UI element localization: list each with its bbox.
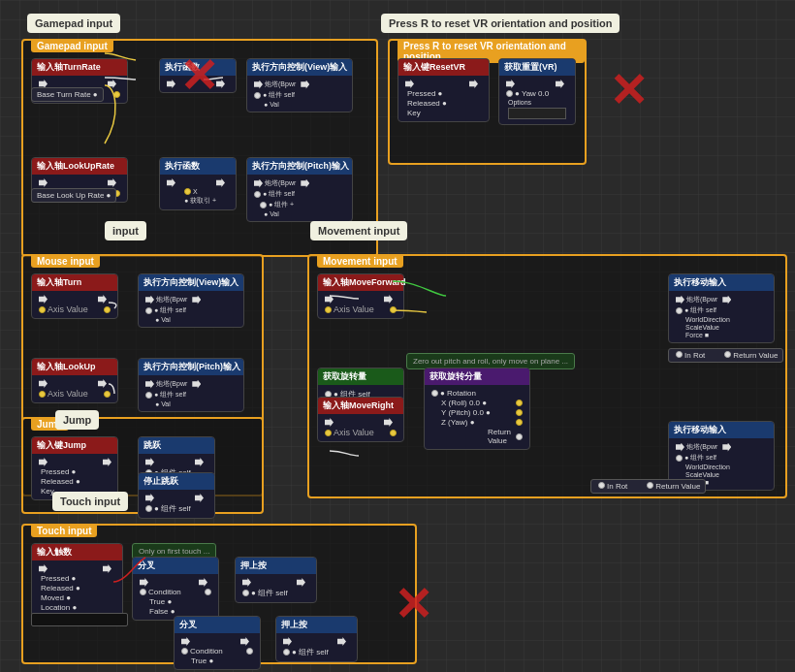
mouse-pitch-header: 执行方向控制(Pitch)输入: [139, 359, 243, 375]
press-header2: 押上按: [276, 617, 357, 633]
in-rot-node1[interactable]: In RotReturn Value: [668, 348, 783, 363]
move-forward-header: 输入轴MoveForward: [318, 274, 403, 291]
movement-tooltip: Movement input: [310, 221, 407, 240]
add-pitch-header: 执行方向控制(Pitch)输入: [247, 158, 352, 175]
vr-section: Press R to reset VR orientation and posi…: [388, 39, 587, 165]
reset-vr-node[interactable]: 输入键ResetVR Pressed ● Released ● Key: [398, 58, 490, 122]
press-header1: 押上按: [236, 558, 316, 574]
mid-exec-node2[interactable]: 执行函数 X ● 获取引 +: [159, 157, 237, 210]
touch-input-header: 输入触数: [32, 544, 122, 560]
press-node1[interactable]: 押上按 ● 组件 self: [235, 557, 317, 603]
move-right-node[interactable]: 输入轴MoveRight Axis Value: [317, 397, 404, 442]
input-tooltip: input: [105, 221, 146, 240]
reset-vr-header: 输入键ResetVR: [398, 59, 489, 76]
movement-section-title: Movement input: [317, 255, 403, 268]
lookup-header: 输入轴LookUpRate: [32, 158, 127, 175]
vr-tooltip: Press R to reset VR orientation and posi…: [381, 14, 620, 33]
gamepad-cross: ✕: [179, 48, 218, 103]
jump-tooltip: Jump: [55, 410, 99, 430]
branch-node1[interactable]: 分叉 Condition True ● False ●: [132, 557, 219, 621]
movement-section: Movement input 输入轴MoveForward Axis Value…: [307, 254, 787, 498]
mouse-yaw-node[interactable]: 执行方向控制(View)输入 炮塔(Bpwr ● 组件 self ● Val: [138, 273, 244, 328]
mouse-turn-header: 输入轴Turn: [32, 274, 117, 291]
vr-right-node[interactable]: 获取重置(VR) ● Yaw 0.0 Options: [498, 58, 576, 125]
add-movement-header2: 执行移动输入: [669, 422, 774, 438]
branch-node2[interactable]: 分叉 Condition True ●: [174, 616, 261, 670]
vr-cross: ✕: [609, 63, 648, 117]
add-yaw-node[interactable]: 执行方向控制(View)输入 炮塔(Bpwr ● 组件 self ● Val: [246, 58, 353, 112]
gamepad-tooltip: Gamepad input: [27, 14, 120, 33]
add-yaw-header: 执行方向控制(View)输入: [247, 59, 352, 76]
add-movement-header1: 执行移动输入: [669, 274, 774, 291]
touch-cross: ✕: [394, 577, 432, 631]
stop-jump-node[interactable]: 停止跳跃 ● 组件 self: [138, 472, 215, 519]
move-right-header: 输入轴MoveRight: [318, 398, 403, 414]
mouse-lookup-node[interactable]: 输入轴LookUp Axis Value: [31, 358, 118, 403]
base-lookup-node[interactable]: Base Look Up Rate ●: [31, 188, 116, 203]
turn-rate-header: 输入轴TurnRate: [32, 59, 127, 76]
press-node2[interactable]: 押上按 ● 组件 self: [275, 616, 358, 662]
in-rot-node2[interactable]: In RotReturn Value: [590, 479, 706, 494]
break-rotator-header: 获取旋转分量: [425, 368, 529, 385]
jump-action-header: 跳跃: [139, 437, 214, 454]
touch-input-field[interactable]: [31, 613, 128, 626]
mouse-section-title: Mouse input: [31, 255, 100, 268]
base-turn-label: Base Turn Rate ●: [37, 90, 98, 99]
touch-section: Touch input 输入触数 Pressed ● Released ● Mo…: [21, 524, 417, 664]
touch-section-title: Touch input: [31, 525, 97, 537]
stop-jump-header: 停止跳跃: [139, 473, 214, 490]
jump-input-header: 输入键Jump: [32, 437, 117, 454]
mouse-turn-node[interactable]: 输入轴Turn Axis Value: [31, 273, 118, 319]
vr-right-header: 获取重置(VR): [499, 59, 575, 76]
gamepad-section-title: Gamepad input: [31, 40, 113, 52]
branch-header2: 分叉: [175, 617, 260, 633]
rotation-header: 获取旋转量: [318, 368, 403, 385]
mid-exec-header2: 执行函数: [160, 158, 236, 175]
mouse-lookup-header: 输入轴LookUp: [32, 359, 117, 375]
add-movement-node1[interactable]: 执行移动输入 炮塔(Bpwr ● 组件 self WorldDirection …: [668, 273, 775, 343]
touch-tooltip: Touch input: [52, 492, 128, 511]
add-pitch-node[interactable]: 执行方向控制(Pitch)输入 炮塔(Bpwr ● 组件 self ● 组件 +…: [246, 157, 353, 222]
break-rotator-node[interactable]: 获取旋转分量 ● Rotation X (Roll) 0.0 ● Y (Pitc…: [424, 368, 530, 450]
mouse-yaw-header: 执行方向控制(View)输入: [139, 274, 243, 291]
move-forward-node[interactable]: 输入轴MoveForward Axis Value: [317, 273, 404, 319]
branch-header1: 分叉: [133, 558, 218, 574]
mouse-pitch-node[interactable]: 执行方向控制(Pitch)输入 炮塔(Bpwr ● 组件 self ● Val: [138, 358, 244, 412]
base-turn-rate-node[interactable]: Base Turn Rate ●: [31, 87, 104, 102]
